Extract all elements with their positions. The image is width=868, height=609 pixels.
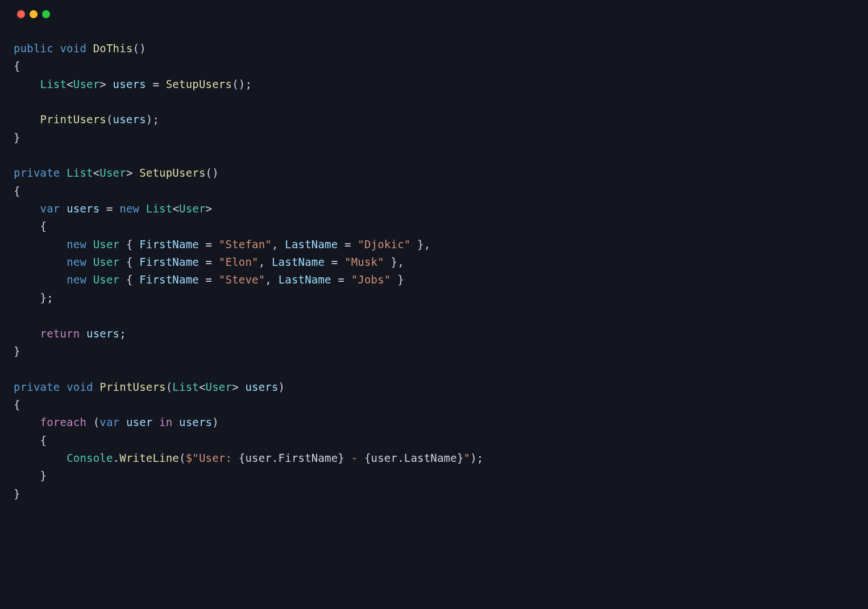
string-literal: - — [344, 452, 364, 464]
brace: } — [14, 131, 20, 144]
variable: user — [126, 416, 153, 428]
string-literal: " — [464, 452, 471, 464]
brace: { — [40, 220, 47, 232]
keyword-return: return — [40, 327, 80, 340]
type: List — [40, 78, 67, 90]
variable: users — [179, 416, 212, 428]
minimize-icon[interactable] — [30, 10, 38, 18]
property: FirstName — [139, 238, 199, 251]
string-literal: "Djokic" — [358, 238, 410, 251]
punc: < — [93, 166, 100, 179]
property: FirstName — [139, 273, 199, 286]
punc: = — [152, 78, 159, 90]
method-name: SetupUsers — [139, 166, 205, 179]
close-icon[interactable] — [17, 10, 25, 18]
type: User — [206, 381, 232, 393]
brace: } — [14, 487, 20, 500]
punc: ) — [279, 381, 285, 393]
brace: { — [126, 256, 133, 268]
type: User — [93, 238, 120, 251]
variable: users — [86, 327, 119, 340]
keyword-public: public — [14, 42, 53, 55]
brace: { — [14, 398, 20, 411]
type: User — [73, 78, 100, 90]
keyword-void: void — [67, 381, 93, 393]
brace: { — [14, 60, 20, 72]
property: LastName — [272, 256, 325, 268]
type: User — [93, 256, 120, 268]
brace: }, — [391, 256, 404, 268]
method-call: WriteLine — [119, 452, 179, 464]
punc: , — [259, 256, 265, 268]
keyword-var: var — [40, 202, 60, 215]
punc: () — [133, 42, 146, 55]
punc: > — [99, 78, 106, 90]
punc: = — [344, 238, 351, 251]
punc: ); — [470, 452, 483, 464]
method-call: PrintUsers — [40, 113, 106, 126]
punc: (); — [232, 78, 252, 90]
punc: ); — [146, 113, 159, 126]
keyword-in: in — [159, 416, 172, 428]
interp: {user.FirstName} — [239, 452, 344, 464]
string-literal: "Stefan" — [219, 238, 272, 251]
brace: { — [126, 238, 133, 251]
punc: ; — [119, 327, 126, 340]
brace: { — [14, 185, 20, 197]
punc: < — [67, 78, 73, 90]
type: Console — [67, 452, 113, 464]
brace: }, — [417, 238, 430, 251]
punc: , — [272, 238, 279, 251]
type: User — [93, 273, 120, 286]
punc: , — [265, 273, 272, 286]
keyword-private: private — [14, 166, 60, 179]
string-literal: "Steve" — [219, 273, 265, 286]
type: List — [67, 166, 93, 179]
punc: = — [206, 273, 213, 286]
punc: = — [331, 256, 338, 268]
string-literal: "Jobs" — [351, 273, 391, 286]
punc: ( — [166, 381, 173, 393]
string-literal: "Elon" — [219, 256, 259, 268]
brace: { — [40, 434, 47, 447]
punc: ) — [212, 416, 219, 428]
punc: > — [206, 202, 213, 215]
keyword-new: new — [119, 202, 139, 215]
type: User — [179, 202, 206, 215]
keyword-new: new — [67, 273, 86, 286]
interp: {user.LastName} — [364, 452, 464, 464]
keyword-void: void — [60, 42, 86, 55]
punc: ( — [179, 452, 186, 464]
punc: ( — [93, 416, 100, 428]
brace: } — [14, 345, 20, 357]
window-controls — [0, 0, 868, 23]
variable: users — [245, 381, 278, 393]
type: List — [172, 381, 199, 393]
variable: users — [113, 78, 146, 90]
brace: } — [397, 273, 404, 286]
keyword-private: private — [14, 381, 60, 393]
property: LastName — [279, 273, 331, 286]
keyword-new: new — [67, 238, 86, 251]
method-name: PrintUsers — [99, 381, 165, 393]
punc: = — [206, 238, 213, 251]
punc: < — [172, 202, 179, 215]
type: List — [146, 202, 173, 215]
variable: users — [67, 202, 99, 215]
keyword-var: var — [99, 416, 119, 428]
method-call: SetupUsers — [166, 78, 232, 90]
code-block: public void DoThis() { List<User> users … — [0, 23, 868, 520]
keyword-new: new — [67, 256, 86, 268]
punc: = — [106, 202, 113, 215]
maximize-icon[interactable] — [42, 10, 50, 18]
punc: ( — [106, 113, 113, 126]
punc: > — [126, 166, 133, 179]
punc: = — [206, 256, 213, 268]
variable: users — [113, 113, 146, 126]
property: LastName — [285, 238, 338, 251]
brace: { — [126, 273, 133, 286]
punc: () — [206, 166, 219, 179]
string-literal: "Musk" — [344, 256, 384, 268]
punc: = — [338, 273, 344, 286]
punc: > — [232, 381, 239, 393]
